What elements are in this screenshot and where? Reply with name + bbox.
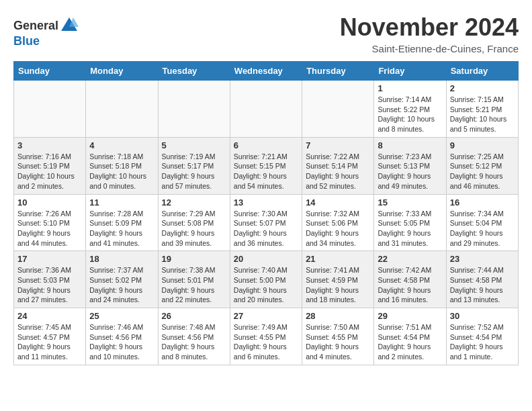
day-info: Sunrise: 7:45 AM Sunset: 4:57 PM Dayligh… xyxy=(17,322,82,362)
calendar-cell: 24Sunrise: 7:45 AM Sunset: 4:57 PM Dayli… xyxy=(14,308,86,365)
day-info: Sunrise: 7:18 AM Sunset: 5:18 PM Dayligh… xyxy=(89,152,154,191)
day-number: 4 xyxy=(89,140,154,150)
calendar-cell: 4Sunrise: 7:18 AM Sunset: 5:18 PM Daylig… xyxy=(86,137,158,194)
day-number: 23 xyxy=(450,254,515,264)
day-number: 19 xyxy=(162,254,226,264)
day-number: 28 xyxy=(306,311,370,321)
calendar-cell: 2Sunrise: 7:15 AM Sunset: 5:21 PM Daylig… xyxy=(446,81,518,138)
weekday-header-saturday: Saturday xyxy=(446,62,518,81)
calendar: SundayMondayTuesdayWednesdayThursdayFrid… xyxy=(13,61,519,365)
calendar-cell xyxy=(86,81,158,138)
calendar-cell: 16Sunrise: 7:34 AM Sunset: 5:04 PM Dayli… xyxy=(446,194,518,251)
day-info: Sunrise: 7:29 AM Sunset: 5:08 PM Dayligh… xyxy=(162,209,226,248)
calendar-cell: 6Sunrise: 7:21 AM Sunset: 5:15 PM Daylig… xyxy=(230,137,302,194)
day-number: 8 xyxy=(378,140,442,150)
weekday-header-row: SundayMondayTuesdayWednesdayThursdayFrid… xyxy=(14,62,519,81)
day-info: Sunrise: 7:16 AM Sunset: 5:19 PM Dayligh… xyxy=(17,152,82,191)
main-title: November 2024 xyxy=(340,13,519,42)
calendar-cell: 8Sunrise: 7:23 AM Sunset: 5:13 PM Daylig… xyxy=(374,137,446,194)
weekday-header-tuesday: Tuesday xyxy=(158,62,230,81)
day-number: 25 xyxy=(89,311,154,321)
day-number: 13 xyxy=(234,197,298,208)
weekday-header-thursday: Thursday xyxy=(302,62,374,81)
weekday-header-sunday: Sunday xyxy=(14,62,86,81)
day-info: Sunrise: 7:40 AM Sunset: 5:00 PM Dayligh… xyxy=(234,265,298,305)
calendar-cell: 19Sunrise: 7:38 AM Sunset: 5:01 PM Dayli… xyxy=(158,251,230,308)
logo-text-blue: Blue xyxy=(13,34,40,48)
day-number: 26 xyxy=(162,311,226,321)
calendar-cell: 17Sunrise: 7:36 AM Sunset: 5:03 PM Dayli… xyxy=(14,251,86,308)
day-number: 22 xyxy=(378,254,442,264)
day-number: 11 xyxy=(89,197,154,208)
day-number: 3 xyxy=(17,140,82,150)
calendar-cell: 3Sunrise: 7:16 AM Sunset: 5:19 PM Daylig… xyxy=(14,137,86,194)
calendar-cell: 23Sunrise: 7:44 AM Sunset: 4:58 PM Dayli… xyxy=(446,251,518,308)
calendar-cell xyxy=(158,81,230,138)
day-info: Sunrise: 7:22 AM Sunset: 5:14 PM Dayligh… xyxy=(306,152,370,191)
calendar-cell: 22Sunrise: 7:42 AM Sunset: 4:58 PM Dayli… xyxy=(374,251,446,308)
calendar-cell: 29Sunrise: 7:51 AM Sunset: 4:54 PM Dayli… xyxy=(374,308,446,365)
day-number: 21 xyxy=(306,254,370,264)
day-number: 24 xyxy=(17,311,82,321)
subtitle: Saint-Etienne-de-Cuines, France xyxy=(340,43,519,54)
logo: General Blue xyxy=(13,16,79,48)
calendar-cell xyxy=(230,81,302,138)
day-number: 27 xyxy=(234,311,298,321)
title-area: November 2024 Saint-Etienne-de-Cuines, F… xyxy=(340,13,519,54)
calendar-cell: 13Sunrise: 7:30 AM Sunset: 5:07 PM Dayli… xyxy=(230,194,302,251)
day-number: 16 xyxy=(450,197,515,208)
day-info: Sunrise: 7:28 AM Sunset: 5:09 PM Dayligh… xyxy=(89,209,154,248)
day-info: Sunrise: 7:50 AM Sunset: 4:55 PM Dayligh… xyxy=(306,322,370,362)
calendar-cell: 28Sunrise: 7:50 AM Sunset: 4:55 PM Dayli… xyxy=(302,308,374,365)
calendar-cell: 25Sunrise: 7:46 AM Sunset: 4:56 PM Dayli… xyxy=(86,308,158,365)
day-number: 9 xyxy=(450,140,515,150)
calendar-cell: 26Sunrise: 7:48 AM Sunset: 4:56 PM Dayli… xyxy=(158,308,230,365)
calendar-cell: 15Sunrise: 7:33 AM Sunset: 5:05 PM Dayli… xyxy=(374,194,446,251)
day-info: Sunrise: 7:37 AM Sunset: 5:02 PM Dayligh… xyxy=(89,265,154,305)
day-info: Sunrise: 7:44 AM Sunset: 4:58 PM Dayligh… xyxy=(450,265,515,305)
day-info: Sunrise: 7:36 AM Sunset: 5:03 PM Dayligh… xyxy=(17,265,82,305)
calendar-cell: 20Sunrise: 7:40 AM Sunset: 5:00 PM Dayli… xyxy=(230,251,302,308)
day-number: 2 xyxy=(450,83,515,93)
calendar-cell: 12Sunrise: 7:29 AM Sunset: 5:08 PM Dayli… xyxy=(158,194,230,251)
weekday-header-wednesday: Wednesday xyxy=(230,62,302,81)
day-number: 12 xyxy=(162,197,226,208)
day-info: Sunrise: 7:41 AM Sunset: 4:59 PM Dayligh… xyxy=(306,265,370,305)
day-number: 29 xyxy=(378,311,442,321)
day-number: 30 xyxy=(450,311,515,321)
day-info: Sunrise: 7:42 AM Sunset: 4:58 PM Dayligh… xyxy=(378,265,442,305)
calendar-cell xyxy=(302,81,374,138)
calendar-cell: 9Sunrise: 7:25 AM Sunset: 5:12 PM Daylig… xyxy=(446,137,518,194)
day-info: Sunrise: 7:30 AM Sunset: 5:07 PM Dayligh… xyxy=(234,209,298,248)
calendar-cell: 14Sunrise: 7:32 AM Sunset: 5:06 PM Dayli… xyxy=(302,194,374,251)
day-info: Sunrise: 7:52 AM Sunset: 4:54 PM Dayligh… xyxy=(450,322,515,362)
calendar-cell: 21Sunrise: 7:41 AM Sunset: 4:59 PM Dayli… xyxy=(302,251,374,308)
calendar-cell: 7Sunrise: 7:22 AM Sunset: 5:14 PM Daylig… xyxy=(302,137,374,194)
calendar-cell: 27Sunrise: 7:49 AM Sunset: 4:55 PM Dayli… xyxy=(230,308,302,365)
day-info: Sunrise: 7:32 AM Sunset: 5:06 PM Dayligh… xyxy=(306,209,370,248)
calendar-cell: 5Sunrise: 7:19 AM Sunset: 5:17 PM Daylig… xyxy=(158,137,230,194)
day-number: 7 xyxy=(306,140,370,150)
day-info: Sunrise: 7:38 AM Sunset: 5:01 PM Dayligh… xyxy=(162,265,226,305)
day-info: Sunrise: 7:46 AM Sunset: 4:56 PM Dayligh… xyxy=(89,322,154,362)
calendar-cell xyxy=(14,81,86,138)
calendar-week-row: 10Sunrise: 7:26 AM Sunset: 5:10 PM Dayli… xyxy=(14,194,519,251)
day-number: 14 xyxy=(306,197,370,208)
calendar-week-row: 24Sunrise: 7:45 AM Sunset: 4:57 PM Dayli… xyxy=(14,308,519,365)
day-number: 15 xyxy=(378,197,442,208)
day-number: 17 xyxy=(17,254,82,264)
weekday-header-monday: Monday xyxy=(86,62,158,81)
calendar-cell: 11Sunrise: 7:28 AM Sunset: 5:09 PM Dayli… xyxy=(86,194,158,251)
weekday-header-friday: Friday xyxy=(374,62,446,81)
calendar-cell: 30Sunrise: 7:52 AM Sunset: 4:54 PM Dayli… xyxy=(446,308,518,365)
day-info: Sunrise: 7:51 AM Sunset: 4:54 PM Dayligh… xyxy=(378,322,442,362)
day-number: 1 xyxy=(378,83,442,93)
day-info: Sunrise: 7:34 AM Sunset: 5:04 PM Dayligh… xyxy=(450,209,515,248)
calendar-cell: 10Sunrise: 7:26 AM Sunset: 5:10 PM Dayli… xyxy=(14,194,86,251)
calendar-cell: 18Sunrise: 7:37 AM Sunset: 5:02 PM Dayli… xyxy=(86,251,158,308)
day-info: Sunrise: 7:19 AM Sunset: 5:17 PM Dayligh… xyxy=(162,152,226,191)
day-info: Sunrise: 7:49 AM Sunset: 4:55 PM Dayligh… xyxy=(234,322,298,362)
day-info: Sunrise: 7:23 AM Sunset: 5:13 PM Dayligh… xyxy=(378,152,442,191)
calendar-week-row: 1Sunrise: 7:14 AM Sunset: 5:22 PM Daylig… xyxy=(14,81,519,138)
logo-text-general: General xyxy=(13,19,58,32)
